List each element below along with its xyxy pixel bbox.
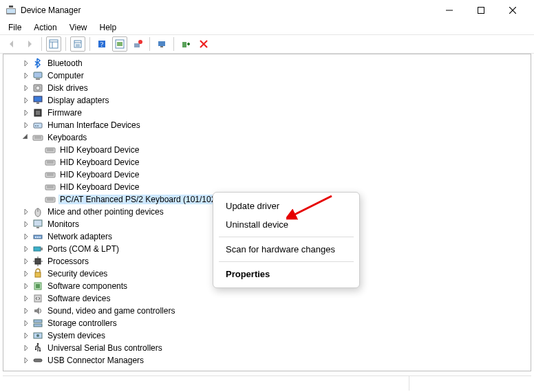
expander-closed-icon[interactable] — [21, 244, 31, 254]
usb-icon — [32, 342, 43, 353]
tree-item[interactable]: Computer — [3, 69, 531, 82]
tree-item-label: Storage controllers — [46, 318, 118, 328]
expander-closed-icon[interactable] — [21, 108, 31, 118]
toolbar-uninstall-button[interactable] — [130, 36, 145, 52]
status-bar-cell — [3, 376, 409, 391]
svg-point-78 — [36, 334, 39, 337]
svg-rect-75 — [34, 320, 42, 323]
tree-item[interactable]: Disk drives — [3, 82, 531, 94]
security-icon — [32, 268, 43, 279]
close-button[interactable] — [497, 0, 528, 21]
svg-rect-34 — [36, 111, 40, 115]
tree-item[interactable]: Display adapters — [3, 94, 531, 107]
expander-none — [34, 145, 43, 155]
svg-rect-82 — [34, 359, 42, 362]
port-icon — [32, 243, 43, 254]
svg-rect-59 — [36, 227, 39, 228]
tree-item[interactable]: System devices — [3, 329, 531, 342]
expander-open-icon[interactable] — [21, 133, 31, 142]
tree-item-label: Universal Serial Bus controllers — [46, 343, 164, 353]
tree-item[interactable]: Sound, video and game controllers — [3, 305, 531, 317]
toolbar-forward-button[interactable] — [22, 36, 37, 52]
tree-item-label: Security devices — [46, 269, 109, 279]
expander-closed-icon[interactable] — [21, 281, 31, 291]
hid-icon — [32, 120, 43, 131]
tree-item[interactable]: Universal Serial Bus controllers — [3, 342, 531, 354]
svg-rect-32 — [36, 102, 39, 104]
menu-action[interactable]: Action — [28, 22, 62, 33]
expander-closed-icon[interactable] — [21, 120, 31, 130]
toolbar-properties-button[interactable] — [70, 36, 85, 52]
tree-item[interactable]: Bluetooth — [3, 57, 531, 69]
svg-rect-22 — [182, 42, 186, 47]
tree-item-label: Firmware — [46, 108, 83, 118]
expander-closed-icon[interactable] — [21, 219, 31, 229]
keyboard-icon — [45, 194, 56, 205]
context-menu-item[interactable]: Properties — [217, 265, 355, 283]
expander-closed-icon[interactable] — [21, 331, 31, 340]
svg-rect-4 — [478, 8, 484, 14]
firmware-icon — [32, 107, 43, 118]
toolbar-separator — [89, 37, 90, 51]
svg-line-5 — [509, 7, 516, 14]
toolbar-help-button[interactable]: ? — [94, 36, 109, 52]
svg-rect-65 — [41, 248, 43, 250]
expander-closed-icon[interactable] — [21, 257, 31, 266]
svg-rect-66 — [35, 259, 41, 264]
expander-closed-icon[interactable] — [21, 318, 31, 328]
tree-item-label: Ports (COM & LPT) — [46, 244, 120, 254]
tree-item-label: HID Keyboard Device — [58, 170, 140, 179]
tree-item[interactable]: Firmware — [3, 107, 531, 119]
svg-line-6 — [509, 7, 516, 14]
toolbar-scan-button[interactable] — [154, 36, 169, 52]
menu-help[interactable]: Help — [94, 22, 122, 33]
tree-item[interactable]: Keyboards — [3, 131, 531, 144]
svg-point-61 — [35, 237, 36, 238]
sound-icon — [32, 305, 43, 316]
expander-closed-icon[interactable] — [21, 96, 31, 105]
menu-view[interactable]: View — [64, 22, 93, 33]
toolbar-add-legacy-button[interactable] — [178, 36, 193, 52]
svg-point-37 — [37, 125, 39, 127]
context-menu-item[interactable]: Uninstall device — [217, 215, 355, 234]
tree-item[interactable]: HID Keyboard Device — [3, 156, 531, 168]
toolbar-delete-button[interactable] — [196, 36, 211, 52]
expander-closed-icon[interactable] — [21, 294, 31, 303]
tree-item-label: HID Keyboard Device — [58, 182, 140, 192]
swcomp-icon — [32, 281, 43, 292]
toolbar-show-hide-tree-button[interactable] — [46, 36, 61, 52]
menu-file[interactable]: File — [3, 22, 27, 33]
tree-item[interactable]: HID Keyboard Device — [3, 144, 531, 156]
tree-item-label: USB Connector Managers — [46, 356, 145, 365]
expander-closed-icon[interactable] — [21, 232, 31, 241]
tree-item[interactable]: Human Interface Devices — [3, 119, 531, 131]
tree-item-label: HID Keyboard Device — [58, 145, 140, 155]
maximize-button[interactable] — [465, 0, 497, 21]
context-menu-separator — [219, 237, 354, 237]
svg-point-81 — [39, 350, 41, 351]
tree-item-label: Sound, video and game controllers — [46, 306, 176, 316]
toolbar-separator — [41, 37, 42, 51]
expander-closed-icon[interactable] — [21, 83, 31, 93]
expander-closed-icon[interactable] — [21, 269, 31, 279]
tree-item[interactable]: Storage controllers — [3, 317, 531, 329]
svg-point-63 — [39, 237, 41, 238]
expander-closed-icon[interactable] — [21, 343, 31, 353]
bluetooth-icon — [32, 58, 43, 69]
toolbar-back-button[interactable] — [4, 36, 19, 52]
expander-closed-icon[interactable] — [21, 207, 31, 217]
toolbar-update-driver-button[interactable] — [112, 36, 127, 52]
minimize-button[interactable] — [434, 0, 465, 21]
expander-closed-icon[interactable] — [21, 306, 31, 316]
tree-item[interactable]: HID Keyboard Device — [3, 168, 531, 181]
context-menu-item[interactable]: Scan for hardware changes — [217, 240, 355, 259]
context-menu-item[interactable]: Update driver — [217, 197, 355, 215]
disk-icon — [32, 83, 43, 94]
svg-rect-71 — [35, 272, 41, 277]
tree-item[interactable]: Software devices — [3, 292, 531, 305]
expander-closed-icon[interactable] — [21, 71, 31, 80]
expander-closed-icon[interactable] — [21, 58, 31, 68]
tree-item[interactable]: USB Connector Managers — [3, 354, 531, 367]
expander-none — [34, 157, 43, 167]
expander-closed-icon[interactable] — [21, 356, 31, 365]
